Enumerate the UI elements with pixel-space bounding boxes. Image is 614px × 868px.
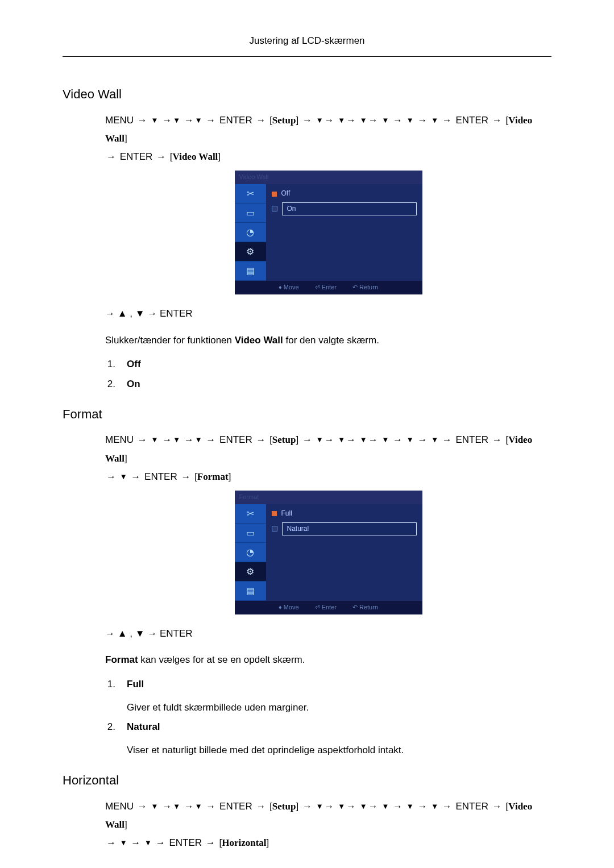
heading-video-wall: Video Wall	[63, 85, 551, 103]
video-wall-description: Slukker/tænder for funktionen Video Wall…	[105, 334, 551, 348]
nav-path-video-wall: MENU → ▼ →▼ →▼ → ENTER → [Setup] → ▼→ ▼→…	[105, 111, 551, 167]
sidebar-icon-picture: ✂	[235, 184, 266, 203]
osd-option-off[interactable]: Off	[272, 189, 417, 198]
osd-title-format: Format	[235, 491, 422, 504]
square-icon	[272, 206, 277, 211]
osd-option-box: On	[282, 202, 417, 215]
sidebar-icon-sound: ▭	[235, 203, 266, 223]
radio-icon	[272, 511, 277, 516]
page-header-title: Justering af LCD-skærmen	[249, 35, 364, 46]
nav-path-format: MENU → ▼ →▼ →▼ → ENTER → [Setup] → ▼→ ▼→…	[105, 431, 551, 486]
sidebar-icon-setup: ⚙	[235, 562, 266, 582]
post-nav-format: → ▲ , ▼ → ENTER	[105, 625, 551, 643]
osd-video-wall: Video Wall ✂ ▭ ◔ ⚙ ▤ Off On ♦ Mov	[235, 171, 422, 294]
osd-foot-return: ↶ Return	[352, 603, 378, 612]
osd-foot-move: ♦ Move	[279, 603, 299, 612]
osd-foot-move: ♦ Move	[279, 283, 299, 292]
sidebar-icon-multi: ▤	[235, 261, 266, 281]
osd-option-natural[interactable]: Natural	[272, 522, 417, 535]
square-icon	[272, 526, 277, 531]
osd-footer-format: ♦ Move ⏎ Enter ↶ Return	[235, 601, 422, 614]
osd-option-label: Off	[281, 189, 417, 198]
osd-foot-return: ↶ Return	[352, 283, 378, 292]
osd-option-box: Natural	[282, 522, 417, 535]
list-item-full: 1. Full Giver et fuldt skærmbillede uden…	[105, 678, 551, 715]
sidebar-icon-time: ◔	[235, 543, 266, 562]
sidebar-icon-setup: ⚙	[235, 242, 266, 261]
format-description: Format kan vælges for at se en opdelt sk…	[105, 653, 551, 667]
page-header: Justering af LCD-skærmen	[63, 34, 551, 57]
osd-option-on[interactable]: On	[272, 202, 417, 215]
video-wall-options-list: 1. Off 2. On	[105, 358, 551, 391]
osd-option-full[interactable]: Full	[272, 509, 417, 518]
nav-path-horizontal: MENU → ▼ →▼ →▼ → ENTER → [Setup] → ▼→ ▼→…	[105, 798, 551, 853]
osd-format: Format ✂ ▭ ◔ ⚙ ▤ Full Natural ♦ M	[235, 491, 422, 614]
list-item-natural: 2. Natural Viser et naturligt billede me…	[105, 720, 551, 757]
sidebar-icon-picture: ✂	[235, 504, 266, 524]
heading-horizontal: Horizontal	[63, 771, 551, 790]
osd-option-label: Full	[281, 509, 417, 518]
osd-foot-enter: ⏎ Enter	[315, 603, 337, 612]
osd-foot-enter: ⏎ Enter	[315, 283, 337, 292]
post-nav-video-wall: → ▲ , ▼ → ENTER	[105, 305, 551, 323]
osd-sidebar-format: ✂ ▭ ◔ ⚙ ▤	[235, 504, 266, 601]
list-item-off: 1. Off	[105, 358, 551, 372]
format-options-list: 1. Full Giver et fuldt skærmbillede uden…	[105, 678, 551, 758]
sidebar-icon-time: ◔	[235, 223, 266, 242]
nav-box-horizontal: Horizontal	[222, 837, 266, 848]
osd-title: Video Wall	[235, 171, 422, 184]
sidebar-icon-sound: ▭	[235, 524, 266, 543]
osd-footer: ♦ Move ⏎ Enter ↶ Return	[235, 281, 422, 294]
radio-icon	[272, 192, 277, 197]
heading-format: Format	[63, 405, 551, 423]
nav-box-setup: Setup	[272, 115, 296, 126]
osd-sidebar: ✂ ▭ ◔ ⚙ ▤	[235, 184, 266, 281]
nav-box-video-wall-2: Video Wall	[173, 151, 218, 162]
list-item-on: 2. On	[105, 377, 551, 392]
nav-box-setup-2: Setup	[272, 434, 296, 445]
nav-box-setup-3: Setup	[272, 801, 296, 812]
nav-box-format: Format	[197, 471, 229, 482]
sidebar-icon-multi: ▤	[235, 582, 266, 601]
